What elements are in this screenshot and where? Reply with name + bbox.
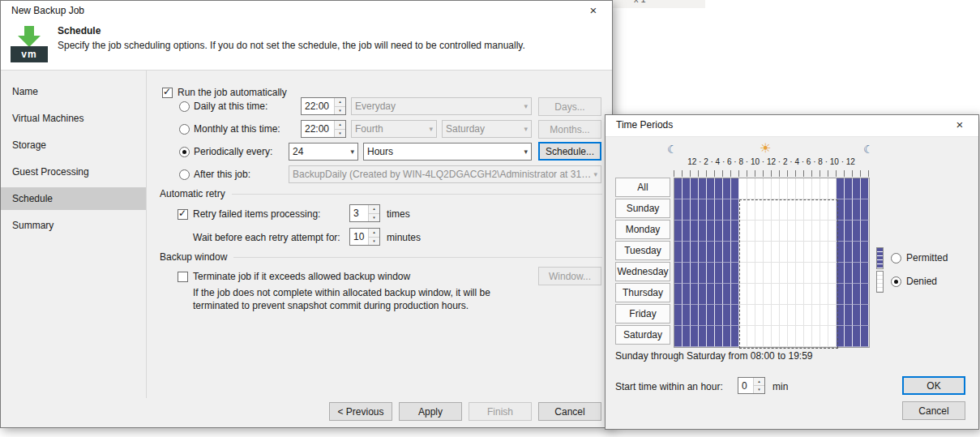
periodically-unit-combo[interactable]: Hours ▾ [363,143,532,161]
grid-cell[interactable] [845,284,853,305]
day-button-thursday[interactable]: Thursday [615,283,670,302]
grid-cell[interactable] [691,326,699,347]
spinner-down-icon[interactable]: ▾ [369,214,379,222]
grid-cell[interactable] [853,199,861,221]
spinner-down-icon[interactable]: ▾ [335,130,345,138]
grid-cell[interactable] [739,326,747,347]
periodically-radio[interactable] [179,147,190,157]
apply-button[interactable]: Apply [399,402,462,421]
grid-cell[interactable] [755,305,764,326]
grid-cell[interactable] [674,178,683,199]
grid-cell[interactable] [755,221,764,242]
grid-cell[interactable] [796,199,804,221]
grid-cell[interactable] [845,326,853,347]
start-time-stepper[interactable]: 0 ▴▾ [738,377,765,394]
grid-cell[interactable] [788,305,796,326]
grid-cell[interactable] [723,178,731,199]
grid-cell[interactable] [699,199,707,221]
grid-cell[interactable] [715,263,723,284]
grid-cell[interactable] [683,199,691,221]
grid-cell[interactable] [674,242,683,263]
grid-cell[interactable] [812,242,820,263]
grid-cell[interactable] [820,305,828,326]
grid-cell[interactable] [845,305,853,326]
grid-cell[interactable] [683,263,691,284]
grid-cell[interactable] [837,199,845,221]
grid-cell[interactable] [723,199,731,221]
grid-cell[interactable] [691,221,699,242]
grid-cell[interactable] [747,326,755,347]
grid-cell[interactable] [828,199,837,221]
grid-cell[interactable] [699,326,707,347]
grid-cell[interactable] [723,221,731,242]
grid-cell[interactable] [707,178,715,199]
sidebar-item-virtual-machines[interactable]: Virtual Machines [1,107,146,130]
grid-cell[interactable] [788,284,796,305]
denied-radio[interactable] [891,276,901,287]
grid-cell[interactable] [828,284,837,305]
spinner-up-icon[interactable]: ▴ [335,121,345,130]
spinner-up-icon[interactable]: ▴ [369,205,379,214]
monthly-week-combo[interactable]: Fourth ▾ [351,120,437,138]
spinner-down-icon[interactable]: ▾ [369,238,379,246]
sidebar-item-storage[interactable]: Storage [1,134,146,156]
spinner-down-icon[interactable]: ▾ [335,107,345,115]
day-button-sunday[interactable]: Sunday [615,199,670,218]
day-button-friday[interactable]: Friday [615,304,670,323]
grid-cell[interactable] [837,284,845,305]
day-button-monday[interactable]: Monday [615,220,670,239]
grid-cell[interactable] [747,305,755,326]
day-button-tuesday[interactable]: Tuesday [615,241,670,260]
grid-cell[interactable] [845,221,853,242]
grid-cell[interactable] [674,326,683,347]
daily-time-input[interactable]: 22:00 ▴▾ [301,97,346,115]
day-button-wednesday[interactable]: Wednesday [615,262,670,281]
grid-cell[interactable] [674,199,683,221]
grid-cell[interactable] [755,326,764,347]
grid-cell[interactable] [691,178,699,199]
day-button-saturday[interactable]: Saturday [615,325,670,345]
grid-cell[interactable] [755,178,764,199]
sidebar-item-guest-processing[interactable]: Guest Processing [1,161,146,183]
daily-radio[interactable] [179,101,190,112]
grid-cell[interactable] [707,305,715,326]
cancel-button[interactable]: Cancel [538,402,601,421]
grid-cell[interactable] [796,263,804,284]
periodically-value-combo[interactable]: 24 ▾ [289,143,358,161]
grid-cell[interactable] [674,263,683,284]
wait-minutes-stepper[interactable]: 10 ▴▾ [349,228,380,246]
grid-cell[interactable] [804,263,812,284]
sidebar-item-summary[interactable]: Summary [1,214,146,237]
terminate-job-checkbox[interactable] [178,272,188,282]
monthly-radio[interactable] [179,124,190,135]
grid-cell[interactable] [739,242,747,263]
previous-button[interactable]: < Previous [329,402,392,421]
day-button-all[interactable]: All [615,178,670,197]
grid-cell[interactable] [772,199,780,221]
grid-cell[interactable] [804,326,812,347]
grid-cell[interactable] [707,263,715,284]
spinner-up-icon[interactable]: ▴ [335,98,345,107]
grid-cell[interactable] [731,263,739,284]
grid-cell[interactable] [755,263,764,284]
grid-cell[interactable] [828,305,837,326]
grid-cell[interactable] [723,242,731,263]
grid-cell[interactable] [828,326,837,347]
grid-cell[interactable] [853,305,861,326]
grid-cell[interactable] [731,242,739,263]
sidebar-item-schedule[interactable]: Schedule [1,187,146,210]
grid-cell[interactable] [796,326,804,347]
grid-cell[interactable] [731,199,739,221]
grid-cell[interactable] [796,178,804,199]
grid-cell[interactable] [715,305,723,326]
grid-cell[interactable] [723,284,731,305]
spinner-down-icon[interactable]: ▾ [754,386,764,393]
grid-cell[interactable] [820,242,828,263]
grid-cell[interactable] [772,305,780,326]
grid-cell[interactable] [804,199,812,221]
grid-cell[interactable] [861,326,869,347]
permitted-radio[interactable] [891,253,901,263]
days-button[interactable]: Days... [538,97,601,116]
grid-cell[interactable] [683,221,691,242]
grid-cell[interactable] [861,199,869,221]
